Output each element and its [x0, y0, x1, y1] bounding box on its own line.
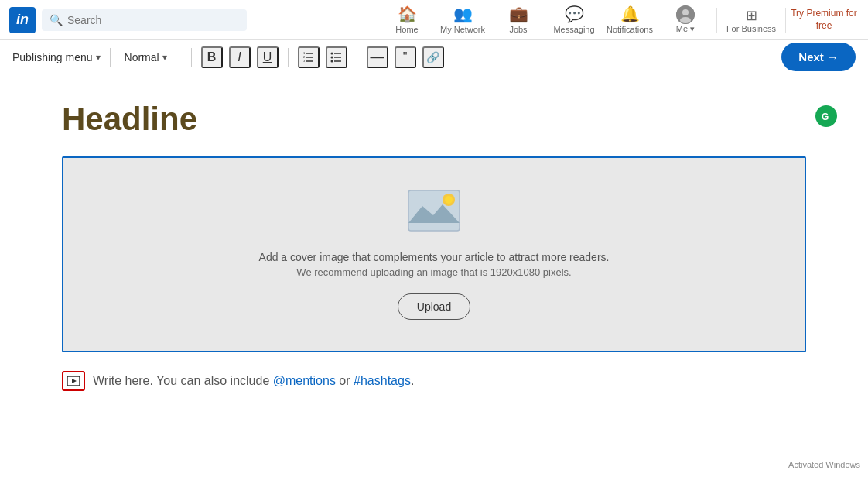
mention-text: @mentions	[273, 374, 336, 387]
notifications-label: Notifications	[607, 25, 653, 34]
logo-text: in	[16, 12, 29, 28]
network-label: My Network	[440, 25, 485, 34]
next-button[interactable]: Next →	[781, 43, 856, 71]
nav-divider	[716, 8, 717, 33]
svg-point-1	[682, 9, 689, 15]
cover-image-rec: We recommend uploading an image that is …	[296, 266, 571, 278]
jobs-icon: 💼	[509, 5, 528, 23]
editor-area: Headline G Add a cover image that comple…	[0, 98, 868, 407]
toolbar-divider-4	[357, 48, 357, 67]
nav-home[interactable]: 🏠 Home	[379, 0, 435, 40]
search-input[interactable]	[67, 14, 239, 26]
hashtag-text: #hashtags	[354, 374, 411, 387]
nav-messaging[interactable]: 💬 Messaging	[546, 0, 602, 40]
text-style-value: Normal	[125, 51, 159, 63]
svg-point-11	[330, 60, 333, 62]
cover-image-desc: Add a cover image that complements your …	[259, 251, 610, 263]
top-nav: in 🔍 🏠 Home 👥 My Network 💼 Jobs 💬	[0, 0, 868, 40]
svg-text:3: 3	[303, 59, 306, 63]
nav-notifications[interactable]: 🔔 Notifications	[602, 0, 658, 40]
for-business-label: For Business	[726, 24, 776, 33]
notifications-icon: 🔔	[620, 5, 640, 23]
nav-network[interactable]: 👥 My Network	[435, 0, 490, 40]
nav-me[interactable]: Me ▾	[658, 0, 713, 40]
messaging-icon: 💬	[565, 5, 584, 23]
svg-point-9	[330, 52, 333, 54]
headline-input[interactable]: Headline	[62, 98, 806, 141]
activate-watermark: Activated Windows	[788, 460, 860, 469]
publishing-menu-chevron: ▾	[96, 52, 101, 63]
toolbar-divider-2	[191, 48, 192, 67]
underline-button[interactable]: U	[257, 46, 279, 68]
headline-section: Headline G	[62, 98, 806, 141]
home-label: Home	[395, 25, 418, 34]
write-placeholder[interactable]: Write here. You can also include @mentio…	[93, 374, 414, 388]
nav-divider2	[785, 8, 786, 33]
nav-items: 🏠 Home 👥 My Network 💼 Jobs 💬 Messaging 🔔…	[379, 0, 859, 40]
publishing-menu-label: Publishing menu	[12, 51, 93, 63]
dash-button[interactable]: —	[367, 46, 388, 68]
search-box: 🔍	[42, 9, 247, 31]
text-style-chevron: ▾	[162, 52, 167, 63]
search-icon: 🔍	[50, 14, 63, 26]
svg-point-10	[330, 56, 333, 58]
italic-button[interactable]: I	[229, 46, 251, 68]
premium-link[interactable]: Try Premium for free	[789, 8, 859, 32]
nav-jobs[interactable]: 💼 Jobs	[490, 0, 546, 40]
toolbar: Publishing menu ▾ Normal ▾ B I U 123 — "…	[0, 40, 868, 74]
toolbar-divider-1	[110, 48, 111, 67]
jobs-label: Jobs	[509, 25, 527, 34]
svg-marker-21	[72, 379, 77, 383]
me-chevron: ▾	[690, 24, 695, 33]
svg-point-19	[445, 196, 453, 204]
me-label: Me ▾	[676, 24, 695, 34]
svg-text:G: G	[822, 112, 829, 122]
image-placeholder-icon	[407, 189, 461, 235]
network-icon: 👥	[453, 5, 473, 23]
publishing-menu[interactable]: Publishing menu ▾	[12, 51, 101, 63]
bold-button[interactable]: B	[201, 46, 223, 68]
grammarly-icon[interactable]: G	[815, 105, 837, 127]
cover-image-area[interactable]: Add a cover image that complements your …	[62, 156, 806, 352]
linkedin-logo[interactable]: in	[9, 7, 36, 33]
media-icon-box[interactable]	[62, 371, 85, 391]
messaging-label: Messaging	[553, 25, 594, 34]
bullet-list-button[interactable]	[326, 46, 347, 68]
upload-button[interactable]: Upload	[398, 293, 470, 320]
toolbar-divider-3	[288, 48, 289, 67]
nav-for-business[interactable]: ⊞ For Business	[720, 0, 782, 40]
grid-icon: ⊞	[746, 7, 757, 24]
home-icon: 🏠	[398, 5, 417, 23]
link-button[interactable]: 🔗	[422, 46, 444, 68]
quote-button[interactable]: "	[395, 46, 416, 68]
text-style-select[interactable]: Normal ▾	[120, 50, 182, 65]
write-area: Write here. You can also include @mentio…	[62, 371, 806, 407]
svg-point-2	[680, 17, 691, 23]
numbered-list-button[interactable]: 123	[298, 46, 320, 68]
avatar	[676, 5, 695, 24]
